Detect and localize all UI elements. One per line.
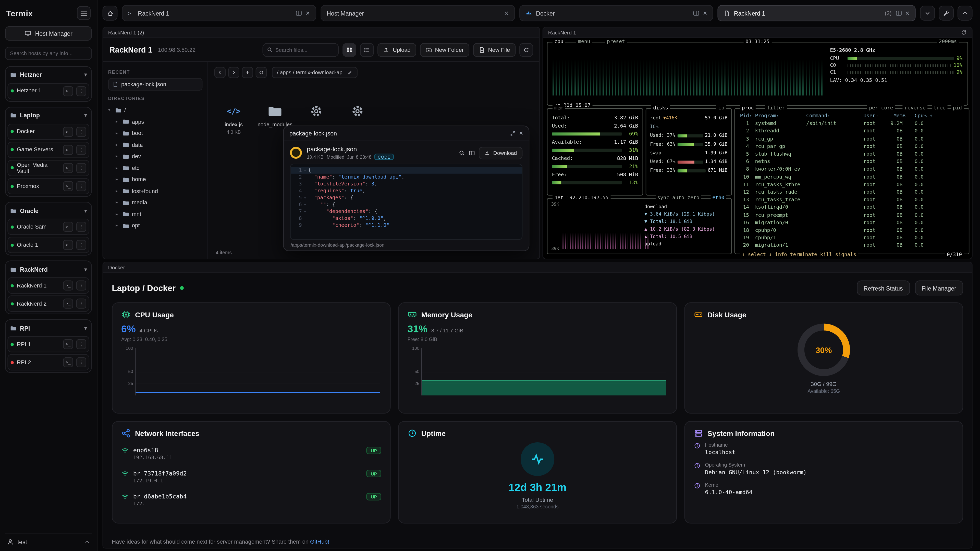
tab-docker[interactable]: Docker × <box>519 5 713 21</box>
reload-button[interactable] <box>256 67 267 78</box>
host-menu-button[interactable]: ⋮ <box>76 127 86 137</box>
recent-file-item[interactable]: package-lock.json <box>108 78 203 91</box>
host-menu-button[interactable]: ⋮ <box>76 181 86 191</box>
reader-view-icon[interactable] <box>469 150 475 156</box>
chevron-down-icon[interactable]: ▾ <box>84 208 87 213</box>
host-row[interactable]: RPI 2 >_ ⋮ <box>7 354 89 371</box>
chevron-down-icon[interactable]: ▾ <box>84 72 87 78</box>
chevron-down-icon[interactable]: ▾ <box>84 325 87 331</box>
new-file-button[interactable]: New File <box>473 43 516 57</box>
tab-list-button[interactable] <box>920 6 935 21</box>
chevron-down-icon[interactable]: ▾ <box>84 267 87 272</box>
back-button[interactable] <box>215 67 226 78</box>
forward-button[interactable] <box>228 67 239 78</box>
tab-host-manager[interactable]: Host Manager × <box>321 5 515 21</box>
github-link[interactable]: GitHub! <box>310 538 329 545</box>
grid-view-button[interactable] <box>343 43 356 57</box>
connect-terminal-button[interactable]: >_ <box>63 222 73 232</box>
refresh-status-button[interactable]: Refresh Status <box>857 281 910 295</box>
terminal[interactable]: cpu menu preset 03:31:25 2000ms E5-2680 … <box>543 38 972 259</box>
group-header[interactable]: Oracle ▾ <box>7 204 89 217</box>
host-row[interactable]: Oracle 1 >_ ⋮ <box>7 237 89 253</box>
connect-terminal-button[interactable]: >_ <box>63 281 73 291</box>
tree-item-dev[interactable]: ▸dev <box>108 151 203 162</box>
tools-button[interactable] <box>939 6 954 21</box>
upload-button[interactable]: Upload <box>378 43 416 57</box>
close-icon[interactable]: × <box>703 10 707 17</box>
host-row[interactable]: Proxmox >_ ⋮ <box>7 178 89 194</box>
home-button[interactable] <box>103 6 118 21</box>
expand-icon[interactable] <box>510 130 515 136</box>
tree-item-media[interactable]: ▸media <box>108 197 203 208</box>
tree-item-apps[interactable]: ▸apps <box>108 116 203 127</box>
host-row[interactable]: Open Media Vault >_ ⋮ <box>7 160 89 176</box>
connect-terminal-button[interactable]: >_ <box>63 240 73 250</box>
tree-item-data[interactable]: ▸data <box>108 139 203 151</box>
host-row[interactable]: Hetzner 1 >_ ⋮ <box>7 83 89 99</box>
tree-item-opt[interactable]: ▸opt <box>108 220 203 231</box>
tree-item-lostfound[interactable]: ▸lost+found <box>108 185 203 197</box>
host-row[interactable]: RackNerd 1 >_ ⋮ <box>7 278 89 294</box>
file-search-input[interactable] <box>275 46 335 52</box>
tab-racknerd1-terminal[interactable]: >_ RackNerd 1 × <box>122 5 316 21</box>
group-header[interactable]: RackNerd ▾ <box>7 263 89 275</box>
group-header[interactable]: Hetzner ▾ <box>7 68 89 81</box>
split-view-icon[interactable] <box>693 10 699 16</box>
host-menu-button[interactable]: ⋮ <box>76 357 86 367</box>
collapse-button[interactable] <box>958 6 973 21</box>
connect-terminal-button[interactable]: >_ <box>63 181 73 191</box>
close-icon[interactable]: × <box>504 10 508 17</box>
file-tile-indexjs[interactable]: </> index.js 4.3 KB <box>216 102 252 135</box>
connect-terminal-button[interactable]: >_ <box>63 357 73 367</box>
tree-root[interactable]: ▾ / <box>108 104 203 116</box>
split-view-icon[interactable] <box>296 10 302 16</box>
tree-item-boot[interactable]: ▸boot <box>108 127 203 139</box>
host-manager-button[interactable]: Host Manager <box>5 26 92 41</box>
tree-item-home[interactable]: ▸home <box>108 174 203 185</box>
tab-label: Docker <box>536 10 555 17</box>
host-menu-button[interactable]: ⋮ <box>76 86 86 96</box>
new-folder-button[interactable]: New Folder <box>420 43 469 57</box>
connect-terminal-button[interactable]: >_ <box>63 163 73 173</box>
up-button[interactable] <box>242 67 253 78</box>
host-menu-button[interactable]: ⋮ <box>76 281 86 291</box>
close-icon[interactable]: × <box>306 10 310 17</box>
edit-path-icon[interactable] <box>347 70 352 75</box>
connect-terminal-button[interactable]: >_ <box>63 144 73 155</box>
host-menu-button[interactable]: ⋮ <box>76 240 86 250</box>
tree-item-mnt[interactable]: ▸mnt <box>108 208 203 220</box>
sync-icon[interactable] <box>961 29 967 35</box>
close-icon[interactable]: × <box>905 10 909 17</box>
host-row[interactable]: Game Servers >_ ⋮ <box>7 141 89 158</box>
tree-item-etc[interactable]: ▸etc <box>108 162 203 174</box>
host-row[interactable]: Oracle Sam >_ ⋮ <box>7 219 89 235</box>
host-search-input[interactable] <box>5 46 92 59</box>
close-icon[interactable]: × <box>519 130 523 137</box>
connect-terminal-button[interactable]: >_ <box>63 127 73 137</box>
host-menu-button[interactable]: ⋮ <box>76 163 86 173</box>
refresh-button[interactable] <box>519 43 533 57</box>
tab-racknerd1-files[interactable]: RackNerd 1 (2) × <box>718 5 916 21</box>
user-footer[interactable]: test <box>5 534 92 546</box>
file-manager-button[interactable]: File Manager <box>915 281 963 295</box>
search-in-file-icon[interactable] <box>459 150 465 156</box>
connect-terminal-button[interactable]: >_ <box>63 339 73 349</box>
connect-terminal-button[interactable]: >_ <box>63 299 73 309</box>
host-menu-button[interactable]: ⋮ <box>76 299 86 309</box>
host-menu-button[interactable]: ⋮ <box>76 339 86 349</box>
list-view-button[interactable] <box>360 43 374 57</box>
host-row[interactable]: RPI 1 >_ ⋮ <box>7 336 89 353</box>
connect-terminal-button[interactable]: >_ <box>63 86 73 96</box>
breadcrumb[interactable]: / apps / termix-download-api <box>272 67 357 78</box>
split-view-icon[interactable] <box>895 10 901 16</box>
host-menu-button[interactable]: ⋮ <box>76 222 86 232</box>
group-header[interactable]: Laptop ▾ <box>7 109 89 121</box>
download-button[interactable]: Download <box>479 146 522 159</box>
sidebar-menu-button[interactable] <box>77 6 91 20</box>
host-row[interactable]: RackNerd 2 >_ ⋮ <box>7 295 89 312</box>
host-row[interactable]: Docker >_ ⋮ <box>7 124 89 140</box>
group-header[interactable]: RPI ▾ <box>7 322 89 334</box>
code-preview[interactable]: 1▾{ 2 "name": "termix-download-api", 3 "… <box>290 164 522 240</box>
host-menu-button[interactable]: ⋮ <box>76 144 86 155</box>
chevron-down-icon[interactable]: ▾ <box>84 113 87 118</box>
